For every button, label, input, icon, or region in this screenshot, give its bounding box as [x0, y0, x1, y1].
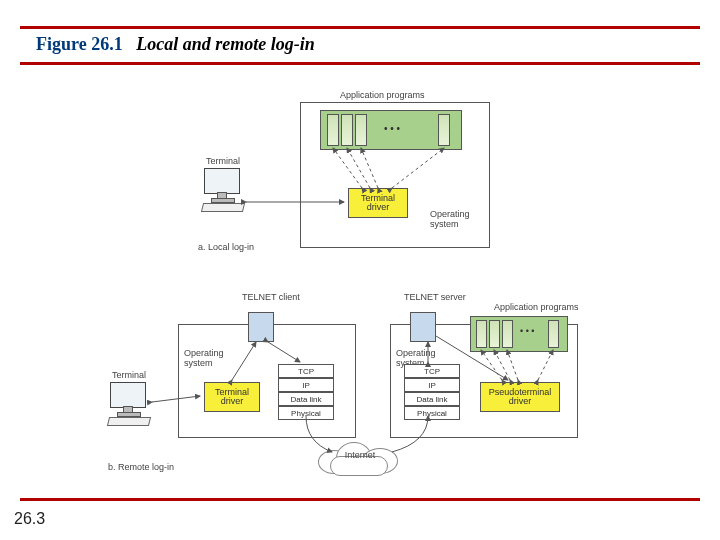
terminal-icon-b: [108, 382, 152, 422]
telnet-client-label: TELNET client: [242, 292, 300, 302]
terminal-driver-a: Terminal driver: [348, 188, 408, 218]
stack-left-phy: Physical: [278, 406, 334, 420]
internet-cloud: Internet: [318, 440, 402, 474]
app-bar-b2: [489, 320, 500, 348]
app-bar-a4: [438, 114, 450, 146]
apps-ellipsis-b: • • •: [520, 326, 534, 336]
slide: Figure 26.1 Local and remote log-in Oper…: [0, 0, 720, 540]
rule-bottom: [20, 498, 700, 501]
terminal-label-b: Terminal: [112, 370, 146, 380]
stack-right-ip: IP: [404, 378, 460, 392]
telnet-server-box: [410, 312, 436, 342]
app-bar-a3: [355, 114, 367, 146]
stack-left-dl: Data link: [278, 392, 334, 406]
caption-b: b. Remote log-in: [108, 462, 174, 472]
diagram-local-login: Operating system Application programs • …: [192, 90, 492, 270]
app-bar-a2: [341, 114, 353, 146]
rule-under-title: [20, 62, 700, 65]
stack-right-dl: Data link: [404, 392, 460, 406]
app-bar-b4: [548, 320, 559, 348]
stack-left-ip: IP: [278, 378, 334, 392]
stack-left: TCP IP Data link Physical: [278, 364, 334, 420]
apps-ellipsis-a: • • •: [384, 123, 400, 134]
terminal-label-a: Terminal: [206, 156, 240, 166]
app-bar-a1: [327, 114, 339, 146]
caption-a: a. Local log-in: [198, 242, 254, 252]
pseudoterminal-driver: Pseudoterminal driver: [480, 382, 560, 412]
diagram-remote-login: Operating system Operating system TELNET…: [108, 292, 588, 477]
page-number: 26.3: [14, 510, 45, 528]
apps-label-a: Application programs: [340, 90, 425, 100]
internet-label: Internet: [318, 450, 402, 460]
os-label-a: Operating system: [430, 209, 478, 229]
telnet-server-label: TELNET server: [404, 292, 466, 302]
figure-title: Figure 26.1 Local and remote log-in: [36, 34, 315, 55]
stack-right-phy: Physical: [404, 406, 460, 420]
figure-caption: Local and remote log-in: [136, 34, 315, 54]
telnet-client-box: [248, 312, 274, 342]
rule-top: [20, 26, 700, 29]
stack-right-tcp: TCP: [404, 364, 460, 378]
stack-right: TCP IP Data link Physical: [404, 364, 460, 420]
os-label-left: Operating system: [184, 348, 228, 368]
figure-number: Figure 26.1: [36, 34, 123, 54]
apps-label-b: Application programs: [494, 302, 579, 312]
terminal-driver-b: Terminal driver: [204, 382, 260, 412]
stack-left-tcp: TCP: [278, 364, 334, 378]
app-bar-b1: [476, 320, 487, 348]
app-bar-b3: [502, 320, 513, 348]
terminal-icon-a: [202, 168, 246, 208]
